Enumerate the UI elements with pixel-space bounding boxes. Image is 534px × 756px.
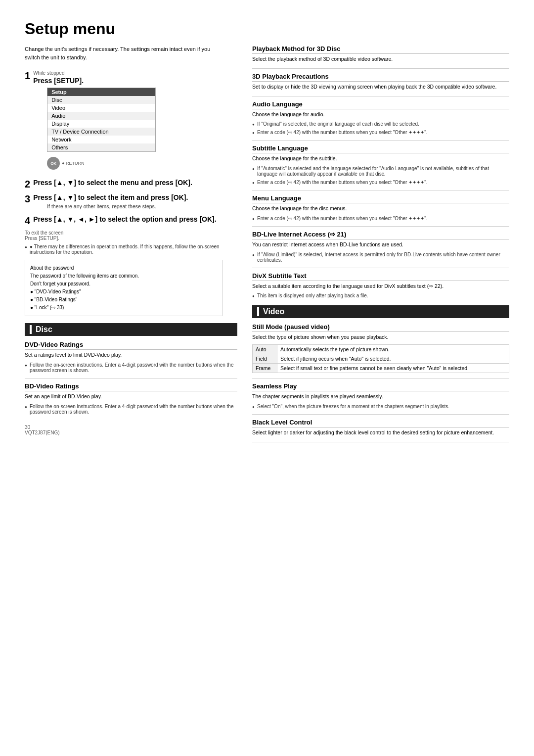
to-exit-block: To exit the screen Press [SETUP]. [25,230,237,241]
to-exit-line2: Press [SETUP]. [25,236,59,241]
divider-r2 [252,96,509,96]
seamless-play: Seamless Play The chapter segments in pl… [252,382,509,409]
black-level-title: Black Level Control [252,419,509,427]
menu-language-desc: Choose the language for the disc menus. [252,205,509,213]
3d-playback-precautions: 3D Playback Precautions Set to display o… [252,73,509,91]
menu-language-title: Menu Language [252,194,509,203]
ok-button-icon: OK [47,157,60,170]
divx-subtitle-title: DivX Subtitle Text [252,272,509,281]
step-number-2: 2 [25,179,30,189]
intro-text: Change the unit's settings if necessary.… [25,45,213,61]
password-line-3: ● "DVD-Video Ratings" [30,288,217,296]
bd-live-desc: You can restrict Internet access when BD… [252,241,509,249]
operation-note: ● There may be differences in operation … [25,244,237,255]
audio-language-bullet-2: Enter a code (⇨ 42) with the number butt… [252,130,509,135]
password-line-2: Don't forget your password. [30,280,217,288]
footer-code: VQT2J87(ENG) [25,430,60,435]
step-1: 1 While stopped Press [SETUP]. Setup Dis… [25,70,237,174]
subtitle-language: Subtitle Language Choose the language fo… [252,144,509,185]
menu-row-others: Others [47,143,156,152]
step-4-main: Press [▲, ▼, ◄, ►] to select the option … [33,215,237,223]
step-2-main: Press [▲, ▼] to select the menu and pres… [33,179,237,187]
playback-method-3d: Playback Method for 3D Disc Select the p… [252,45,509,63]
step-1-main: Press [SETUP]. [33,77,237,85]
divider-r5 [252,226,509,227]
bd-video-ratings: BD-Video Ratings Set an age limit of BD-… [25,382,237,415]
right-column: Playback Method for 3D Disc Select the p… [252,45,509,446]
step-3-main: Press [▲, ▼] to select the item and pres… [33,193,237,201]
return-label: ● RETURN [62,161,84,166]
password-line-5: ● "Lock" (⇨ 33) [30,304,217,312]
menu-row-display: Display [47,120,156,128]
password-box: About the password The password of the f… [25,260,222,316]
dvd-video-ratings-bullet: Follow the on-screen instructions. Enter… [25,362,237,373]
still-mode-row-frame: Frame Select if small text or fine patte… [253,364,509,373]
3d-precautions-title: 3D Playback Precautions [252,73,509,82]
setup-menu-table: Setup Disc Video Audio Display TV / Devi… [47,88,156,152]
still-mode-row-field: Field Select if jittering occurs when "A… [253,354,509,364]
bd-video-ratings-desc: Set an age limit of BD-Video play. [25,393,237,401]
disc-section-marker [30,325,32,334]
black-level-desc: Select lighter or darker for adjusting t… [252,429,509,437]
bd-live-internet: BD-Live Internet Access (⇨ 21) You can r… [252,231,509,263]
still-mode-frame-desc: Select if small text or fine patterns ca… [277,364,509,373]
menu-row-audio: Audio [47,112,156,120]
playback-method-3d-title: Playback Method for 3D Disc [252,45,509,54]
seamless-play-title: Seamless Play [252,382,509,391]
divider-r6 [252,268,509,268]
menu-language: Menu Language Choose the language for th… [252,194,509,221]
divider-r1 [252,68,509,69]
black-level-control: Black Level Control Select lighter or da… [252,419,509,437]
video-section-bar: Video [252,305,509,318]
ok-icon-area: OK ● RETURN [47,157,237,170]
step-number-4: 4 [25,215,30,226]
divx-subtitle-bullet-1: This item is displayed only after playin… [252,293,509,298]
divx-subtitle-desc: Select a suitable item according to the … [252,283,509,290]
divider-1 [25,378,237,378]
audio-language-bullet-1: If "Original" is selected, the original … [252,121,509,127]
step-3-sub: If there are any other items, repeat the… [47,203,237,209]
menu-row-network: Network [47,136,156,143]
still-mode-table: Auto Automatically selects the type of p… [252,344,509,373]
left-column: Change the unit's settings if necessary.… [25,45,237,446]
seamless-play-bullet: Select "On", when the picture freezes fo… [252,404,509,409]
page-title: Setup menu [25,20,509,38]
divider-rv2 [252,414,509,415]
subtitle-language-desc: Choose the language for the subtitle. [252,155,509,163]
password-line-1: The password of the following items are … [30,272,217,280]
password-line-4: ● "BD-Video Ratings" [30,296,217,304]
to-exit-line1: To exit the screen [25,230,63,236]
video-section-label: Video [263,307,284,316]
still-mode-frame-label: Frame [253,364,277,373]
seamless-play-desc: The chapter segments in playlists are pl… [252,393,509,401]
still-mode-auto-desc: Automatically selects the type of pictur… [277,345,509,354]
playback-method-3d-desc: Select the playback method of 3D compati… [252,55,509,63]
step-4: 4 Press [▲, ▼, ◄, ►] to select the optio… [25,215,237,225]
disc-section-label: Disc [36,325,52,334]
still-mode-title: Still Mode (paused video) [252,323,509,332]
subtitle-language-bullet-1: If "Automatic" is selected and the langu… [252,166,509,177]
footer-number: 30 [25,425,30,430]
bd-video-ratings-title: BD-Video Ratings [25,382,237,391]
step-1-label: While stopped [33,70,237,76]
step-number-3: 3 [25,193,30,204]
dvd-video-ratings: DVD-Video Ratings Set a ratings level to… [25,341,237,373]
still-mode-field-desc: Select if jittering occurs when "Auto" i… [277,354,509,364]
menu-language-bullet-1: Enter a code (⇨ 42) with the number butt… [252,216,509,221]
step-number-1: 1 [25,70,30,81]
subtitle-language-bullet-2: Enter a code (⇨ 42) with the number butt… [252,180,509,185]
divider-r3 [252,140,509,141]
menu-row-tv: TV / Device Connection [47,128,156,136]
still-mode: Still Mode (paused video) Select the typ… [252,323,509,373]
page-footer: 30 VQT2J87(ENG) [25,425,237,435]
subtitle-language-title: Subtitle Language [252,144,509,153]
menu-row-video: Video [47,104,156,112]
divider-rv1 [252,378,509,378]
dvd-video-ratings-desc: Set a ratings level to limit DVD-Video p… [25,351,237,359]
dvd-video-ratings-title: DVD-Video Ratings [25,341,237,350]
bd-video-ratings-bullet: Follow the on-screen instructions. Enter… [25,404,237,415]
still-mode-field-label: Field [253,354,277,364]
still-mode-row-auto: Auto Automatically selects the type of p… [253,345,509,354]
step-3: 3 Press [▲, ▼] to select the item and pr… [25,193,237,210]
audio-language: Audio Language Choose the language for a… [252,100,509,136]
